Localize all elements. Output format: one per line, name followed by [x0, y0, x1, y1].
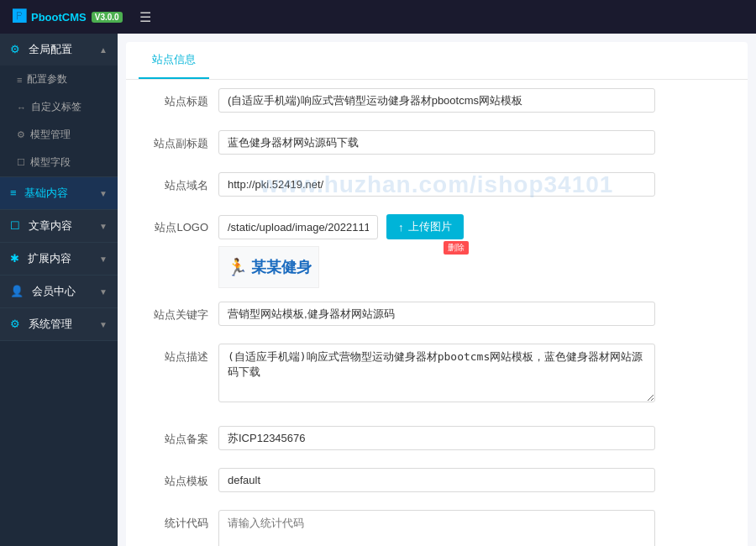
topbar: 🅿 PbootCMS V3.0.0 ☰ — [0, 0, 756, 34]
stat-code-label: 统计代码 — [151, 510, 218, 531]
chevron-up-icon: ▲ — [99, 45, 108, 55]
sidebar-item-zidingyibiaoqian[interactable]: ↔ 自定义标签 — [0, 93, 118, 121]
upload-btn-label: 上传图片 — [408, 219, 452, 234]
logo-image-container: 🏃 某某健身 — [218, 246, 319, 288]
form-row-site-template: 站点模板 — [151, 468, 722, 496]
site-keywords-input[interactable] — [218, 302, 655, 326]
upload-icon: ↑ — [398, 221, 404, 234]
sidebar-item-moxingziduan[interactable]: ☐ 模型字段 — [0, 149, 118, 176]
app-name: PbootCMS — [31, 11, 87, 24]
content-card: 站点信息 站点标题 站点副标题 站点域名 w — [126, 42, 748, 546]
site-url-input[interactable] — [218, 172, 655, 197]
content-icon: ≡ — [10, 186, 17, 199]
sidebar-header-quanjupeizhí[interactable]: ⚙ 全局配置 ▲ — [0, 34, 118, 66]
form-row-site-record: 站点备案 — [151, 426, 722, 454]
sidebar: ⚙ 全局配置 ▲ ≡ 配置参数 ↔ 自定义标签 ⚙ 模型管理 — [0, 34, 118, 546]
sidebar-label-kuozhanneirong: 扩展内容 — [28, 252, 71, 265]
site-logo-path-input[interactable] — [218, 215, 378, 239]
site-info-form: 站点标题 站点副标题 站点域名 www.huzhan.com/ishop3410… — [126, 80, 748, 546]
sidebar-item-label: 自定义标签 — [31, 100, 81, 114]
tab-site-info[interactable]: 站点信息 — [139, 42, 209, 79]
tag-icon: ↔ — [17, 102, 26, 113]
sidebar-section-wenzhaneirong: ☐ 文章内容 ▼ — [0, 210, 118, 243]
site-description-label: 站点描述 — [151, 344, 218, 365]
form-row-site-url: 站点域名 www.huzhan.com/ishop34101 — [151, 172, 722, 201]
stat-code-textarea[interactable] — [218, 510, 655, 546]
sidebar-items-quanjupeizhí: ≡ 配置参数 ↔ 自定义标签 ⚙ 模型管理 ☐ 模型字段 — [0, 66, 118, 176]
sidebar-header-wenzhaneirong[interactable]: ☐ 文章内容 ▼ — [0, 210, 118, 242]
site-template-label: 站点模板 — [151, 468, 218, 489]
form-row-site-subtitle: 站点副标题 — [151, 130, 722, 159]
logo-row: ↑ 上传图片 — [218, 214, 464, 239]
list-icon: ≡ — [17, 75, 22, 85]
main-content: 站点信息 站点标题 站点副标题 站点域名 w — [118, 34, 756, 546]
logo-preview: 🏃 某某健身 删除 — [218, 246, 464, 288]
site-title-label: 站点标题 — [151, 88, 218, 109]
model-icon: ⚙ — [17, 129, 25, 140]
app-version: V3.0.0 — [92, 12, 123, 23]
upload-logo-button[interactable]: ↑ 上传图片 — [386, 214, 464, 239]
form-row-stat-code: 统计代码 — [151, 510, 722, 546]
site-description-textarea[interactable] — [218, 344, 655, 402]
sidebar-section-kuozhanneirong: ✱ 扩展内容 ▼ — [0, 243, 118, 276]
sidebar-item-label: 配置参数 — [27, 72, 67, 87]
app-layout: ⚙ 全局配置 ▲ ≡ 配置参数 ↔ 自定义标签 ⚙ 模型管理 — [0, 34, 756, 546]
sidebar-section-huiyuanzhongxin: 👤 会员中心 ▼ — [0, 276, 118, 308]
sidebar-section-quanjupeizhí: ⚙ 全局配置 ▲ ≡ 配置参数 ↔ 自定义标签 ⚙ 模型管理 — [0, 34, 118, 177]
site-subtitle-input[interactable] — [218, 130, 655, 155]
form-row-site-title: 站点标题 — [151, 88, 722, 117]
member-icon: 👤 — [10, 285, 24, 297]
form-row-site-logo: 站点LOGO ↑ 上传图片 🏃 某某健身 — [151, 214, 722, 288]
logo-delete-badge[interactable]: 删除 — [444, 241, 469, 255]
chevron-down-icon5: ▼ — [99, 320, 108, 329]
tab-bar: 站点信息 — [126, 42, 748, 80]
sidebar-header-jichuneirong[interactable]: ≡ 基础内容 ▼ — [0, 177, 118, 209]
hamburger-icon[interactable]: ☰ — [139, 9, 151, 25]
gear-icon: ⚙ — [10, 43, 20, 55]
site-template-input[interactable] — [218, 468, 655, 492]
chevron-down-icon: ▼ — [99, 189, 108, 198]
sidebar-label-xitongguanli: 系统管理 — [29, 318, 72, 330]
chevron-down-icon2: ▼ — [99, 222, 108, 231]
site-logo-label: 站点LOGO — [151, 214, 218, 235]
sidebar-header-kuozhanneirong[interactable]: ✱ 扩展内容 ▼ — [0, 243, 118, 275]
sidebar-section-xitongguanli: ⚙ 系统管理 ▼ — [0, 308, 118, 341]
sidebar-item-label: 模型管理 — [30, 128, 71, 142]
sidebar-label-quanjupeizhí: 全局配置 — [29, 43, 72, 55]
site-title-input[interactable] — [218, 88, 655, 113]
form-row-site-keywords: 站点关键字 — [151, 302, 722, 330]
chevron-down-icon3: ▼ — [99, 255, 108, 264]
logo-display-text: 某某健身 — [251, 257, 312, 277]
site-keywords-label: 站点关键字 — [151, 302, 218, 323]
logo-brand-icon: 🏃 — [227, 257, 248, 277]
field-icon: ☐ — [17, 157, 25, 168]
app-logo: 🅿 PbootCMS V3.0.0 — [13, 9, 123, 24]
site-record-input[interactable] — [218, 426, 655, 450]
sidebar-item-label: 模型字段 — [30, 155, 71, 170]
site-url-label: 站点域名 — [151, 172, 218, 193]
site-record-label: 站点备案 — [151, 426, 218, 447]
chevron-down-icon4: ▼ — [99, 287, 108, 297]
sidebar-header-huiyuanzhongxin[interactable]: 👤 会员中心 ▼ — [0, 276, 118, 307]
sidebar-label-jichuneirong: 基础内容 — [24, 186, 68, 199]
sidebar-label-wenzhaneirong: 文章内容 — [29, 219, 72, 232]
sidebar-item-moxingguanli[interactable]: ⚙ 模型管理 — [0, 121, 118, 149]
article-icon: ☐ — [10, 219, 20, 232]
sidebar-section-jichuneirong: ≡ 基础内容 ▼ — [0, 177, 118, 210]
site-subtitle-label: 站点副标题 — [151, 130, 218, 151]
form-logo-section: ↑ 上传图片 🏃 某某健身 删除 — [218, 214, 464, 288]
sidebar-item-peizhicanshu[interactable]: ≡ 配置参数 — [0, 66, 118, 93]
extend-icon: ✱ — [10, 252, 19, 265]
system-icon: ⚙ — [10, 318, 20, 330]
sidebar-header-xitongguanli[interactable]: ⚙ 系统管理 ▼ — [0, 308, 118, 340]
sidebar-label-huiyuanzhongxin: 会员中心 — [32, 285, 76, 297]
form-row-site-description: 站点描述 — [151, 344, 722, 402]
